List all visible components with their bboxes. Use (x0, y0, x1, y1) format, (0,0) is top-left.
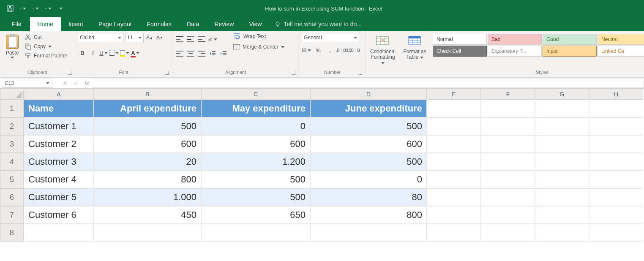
row-header-4[interactable]: 4 (0, 153, 24, 171)
row-header-6[interactable]: 6 (0, 188, 24, 206)
cell-a2[interactable]: Customer 1 (24, 117, 94, 135)
enter-formula-icon[interactable]: ✓ (74, 80, 79, 87)
style-input[interactable]: Input (543, 46, 597, 57)
paste-button[interactable]: Paste (3, 33, 22, 59)
format-as-table-button[interactable]: Format asTable (402, 33, 427, 60)
cell-a4[interactable]: Customer 3 (24, 153, 94, 171)
cell-c3[interactable]: 600 (201, 135, 310, 153)
italic-button[interactable]: I (88, 48, 98, 57)
column-header-c[interactable]: C (201, 89, 310, 100)
cell-f8[interactable] (481, 224, 535, 242)
cell-f4[interactable] (481, 153, 535, 171)
cell-f2[interactable] (481, 117, 535, 135)
cell-c1[interactable]: May expenditure (201, 100, 310, 117)
clipboard-dialog-launcher-icon[interactable] (67, 71, 71, 75)
cell-b6[interactable]: 1.000 (94, 188, 201, 206)
accounting-format-button[interactable] (302, 46, 311, 55)
formula-input[interactable] (93, 79, 644, 88)
tab-view[interactable]: View (241, 17, 269, 31)
align-right-button[interactable] (197, 49, 206, 58)
cell-b1[interactable]: April expenditure (94, 100, 201, 117)
percent-style-button[interactable]: % (314, 46, 323, 55)
cell-e6[interactable] (427, 188, 481, 206)
cell-d5[interactable]: 0 (310, 171, 427, 188)
cell-e4[interactable] (427, 153, 481, 171)
fx-icon[interactable]: fx (85, 80, 89, 87)
save-icon[interactable] (7, 5, 14, 12)
column-header-h[interactable]: H (589, 89, 643, 100)
cell-e5[interactable] (427, 171, 481, 188)
cell-g7[interactable] (535, 206, 589, 224)
fill-color-button[interactable] (120, 48, 129, 57)
tab-home[interactable]: Home (30, 17, 61, 31)
cell-c2[interactable]: 0 (201, 117, 310, 135)
cell-a1[interactable]: Name (24, 100, 94, 117)
font-dialog-launcher-icon[interactable] (164, 71, 169, 75)
style-explanatory[interactable]: Explanatory T... (488, 46, 542, 57)
qat-customize-icon[interactable] (57, 5, 64, 12)
column-header-f[interactable]: F (481, 89, 535, 100)
cell-c8[interactable] (201, 224, 310, 242)
column-header-g[interactable]: G (535, 89, 589, 100)
alignment-dialog-launcher-icon[interactable] (291, 71, 295, 75)
cell-e2[interactable] (427, 117, 481, 135)
cell-a8[interactable] (24, 224, 94, 242)
cell-h8[interactable] (589, 224, 643, 242)
row-header-7[interactable]: 7 (0, 206, 24, 224)
cell-d8[interactable] (310, 224, 427, 242)
style-linked-cell[interactable]: Linked Ce (598, 46, 644, 57)
cell-g2[interactable] (535, 117, 589, 135)
tab-insert[interactable]: Insert (61, 17, 91, 31)
undo-icon[interactable] (19, 5, 26, 12)
cell-e7[interactable] (427, 206, 481, 224)
cell-e1[interactable] (427, 100, 481, 117)
cell-h2[interactable] (589, 117, 643, 135)
cell-h3[interactable] (589, 135, 643, 153)
wrap-text-button[interactable]: Wrap Text (233, 33, 284, 40)
select-all-corner[interactable] (0, 89, 24, 100)
cell-e3[interactable] (427, 135, 481, 153)
style-check-cell[interactable]: Check Cell (433, 46, 487, 57)
conditional-formatting-button[interactable]: ConditionalFormatting (368, 33, 397, 66)
row-header-3[interactable]: 3 (0, 135, 24, 153)
cell-g5[interactable] (535, 171, 589, 188)
cell-c5[interactable]: 500 (201, 171, 310, 188)
cell-styles-gallery[interactable]: Normal Bad Good Neutral Check Cell Expla… (433, 33, 644, 57)
row-header-1[interactable]: 1 (0, 100, 24, 117)
font-size-combo[interactable]: 11 (125, 33, 144, 42)
cell-c6[interactable]: 500 (201, 188, 310, 206)
cell-g8[interactable] (535, 224, 589, 242)
cell-a6[interactable]: Customer 5 (24, 188, 94, 206)
number-dialog-launcher-icon[interactable] (358, 71, 362, 75)
decrease-indent-button[interactable] (208, 49, 217, 58)
cell-h1[interactable] (589, 100, 643, 117)
align-bottom-button[interactable] (197, 35, 206, 44)
cell-f6[interactable] (481, 188, 535, 206)
cell-b8[interactable] (94, 224, 201, 242)
align-center-button[interactable] (186, 49, 195, 58)
column-header-d[interactable]: D (310, 89, 427, 100)
cell-f5[interactable] (481, 171, 535, 188)
increase-font-size-button[interactable]: A▲ (145, 33, 154, 42)
style-bad[interactable]: Bad (488, 34, 542, 45)
bold-button[interactable]: B (78, 48, 87, 57)
row-header-2[interactable]: 2 (0, 117, 24, 135)
format-painter-button[interactable]: Format Painter (25, 52, 67, 59)
tell-me-search[interactable]: Tell me what you want to do... (270, 17, 367, 31)
style-neutral[interactable]: Neutral (598, 34, 644, 45)
cell-g3[interactable] (535, 135, 589, 153)
tab-file[interactable]: File (3, 17, 30, 31)
cut-button[interactable]: Cut (25, 34, 67, 41)
merge-center-button[interactable]: Merge & Center (233, 44, 284, 50)
cell-h4[interactable] (589, 153, 643, 171)
touch-mouse-mode-icon[interactable] (45, 5, 52, 12)
decrease-font-size-button[interactable]: A▼ (156, 33, 164, 42)
cell-e8[interactable] (427, 224, 481, 242)
comma-style-button[interactable]: , (325, 46, 335, 55)
cell-a5[interactable]: Customer 4 (24, 171, 94, 188)
cell-g1[interactable] (535, 100, 589, 117)
cell-b4[interactable]: 20 (94, 153, 201, 171)
cell-d1[interactable]: June expenditure (310, 100, 427, 117)
underline-button[interactable]: U (99, 48, 108, 57)
spreadsheet-grid[interactable]: A B C D E F G H 1 Name April expenditure… (0, 89, 644, 242)
